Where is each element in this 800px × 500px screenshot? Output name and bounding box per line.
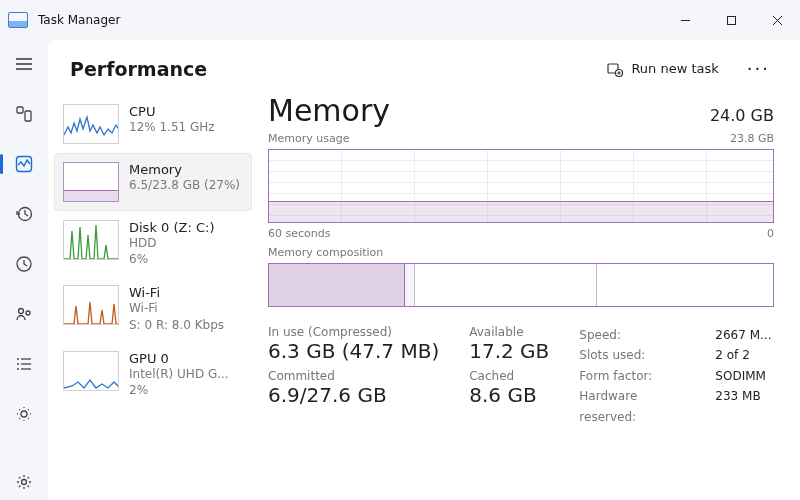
services-icon	[15, 405, 33, 423]
run-task-icon	[607, 61, 623, 77]
nav-details[interactable]	[6, 346, 42, 382]
speed-k: Speed:	[579, 325, 695, 345]
nav-startup[interactable]	[6, 246, 42, 282]
nav-rail	[0, 40, 48, 500]
form-k: Form factor:	[579, 366, 695, 386]
maximize-button[interactable]	[708, 0, 754, 40]
startup-icon	[15, 255, 33, 273]
performance-icon	[15, 155, 33, 173]
settings-icon	[15, 473, 33, 491]
axis-right: 0	[767, 227, 774, 240]
gpu-thumb	[63, 351, 119, 391]
available-value: 17.2 GB	[469, 339, 549, 363]
memory-usage-graph	[268, 149, 774, 223]
cpu-sub: 12% 1.51 GHz	[129, 119, 215, 135]
disk-sub1: HDD	[129, 235, 214, 251]
cpu-name: CPU	[129, 104, 215, 119]
page-title: Performance	[70, 58, 207, 80]
committed-value: 6.9/27.6 GB	[268, 383, 439, 407]
close-button[interactable]	[754, 0, 800, 40]
cached-label: Cached	[469, 369, 549, 383]
cpu-spark-icon	[64, 105, 119, 144]
processes-icon	[15, 105, 33, 123]
gpu-sub2: 2%	[129, 382, 229, 398]
comp-free	[597, 264, 773, 306]
svg-point-20	[21, 411, 27, 417]
composition-label: Memory composition	[268, 246, 774, 259]
memory-stats: In use (Compressed) 6.3 GB (47.7 MB) Com…	[268, 325, 774, 427]
more-button[interactable]: ···	[739, 54, 778, 83]
perf-main: Memory 24.0 GB Memory usage 23.8 GB 60 s…	[258, 93, 800, 500]
comp-modified	[405, 264, 415, 306]
window-title: Task Manager	[38, 13, 120, 27]
hamburger-button[interactable]	[6, 46, 42, 82]
nav-users[interactable]	[6, 296, 42, 332]
usage-label: Memory usage	[268, 132, 349, 145]
mem-thumb	[63, 162, 119, 202]
comp-standby	[415, 264, 596, 306]
wifi-thumb	[63, 285, 119, 325]
wifi-spark-icon	[64, 286, 119, 325]
wifi-sub1: Wi-Fi	[129, 300, 224, 316]
svg-point-12	[19, 309, 24, 314]
comp-in-use	[269, 264, 405, 306]
svg-point-16	[17, 363, 19, 365]
perf-card-wifi[interactable]: Wi-Fi Wi-Fi S: 0 R: 8.0 Kbps	[54, 276, 252, 341]
svg-point-21	[22, 480, 27, 485]
svg-rect-7	[17, 107, 23, 113]
minimize-button[interactable]	[662, 0, 708, 40]
cached-value: 8.6 GB	[469, 383, 549, 407]
cpu-thumb	[63, 104, 119, 144]
nav-settings[interactable]	[6, 464, 42, 500]
wifi-sub2: S: 0 R: 8.0 Kbps	[129, 317, 224, 333]
users-icon	[15, 305, 33, 323]
disk-sub2: 6%	[129, 251, 214, 267]
app-icon	[8, 12, 28, 28]
available-label: Available	[469, 325, 549, 339]
maximize-icon	[726, 15, 737, 26]
gpu-spark-icon	[64, 352, 119, 391]
svg-rect-8	[25, 111, 31, 121]
perf-card-cpu[interactable]: CPU 12% 1.51 GHz	[54, 95, 252, 153]
usage-max: 23.8 GB	[730, 132, 774, 145]
perf-card-memory[interactable]: Memory 6.5/23.8 GB (27%)	[54, 153, 252, 211]
perf-resource-list: CPU 12% 1.51 GHz Memory 6.5/23.8 GB (27%…	[48, 93, 258, 500]
disk-thumb	[63, 220, 119, 260]
wifi-name: Wi-Fi	[129, 285, 224, 300]
history-icon	[15, 205, 33, 223]
topbar: Performance Run new task ···	[48, 40, 800, 93]
nav-app-history[interactable]	[6, 196, 42, 232]
nav-processes[interactable]	[6, 96, 42, 132]
capacity: 24.0 GB	[710, 106, 774, 125]
svg-point-14	[17, 358, 19, 360]
axis-left: 60 seconds	[268, 227, 330, 240]
hw-v: 233 MB	[715, 386, 760, 427]
inuse-value: 6.3 GB (47.7 MB)	[268, 339, 439, 363]
nav-performance[interactable]	[6, 146, 42, 182]
memory-composition-bar	[268, 263, 774, 307]
hw-k: Hardware reserved:	[579, 386, 695, 427]
disk-spark-icon	[64, 221, 119, 260]
perf-card-disk[interactable]: Disk 0 (Z: C:) HDD 6%	[54, 211, 252, 276]
perf-card-gpu[interactable]: GPU 0 Intel(R) UHD G... 2%	[54, 342, 252, 407]
slots-v: 2 of 2	[715, 345, 749, 365]
svg-rect-1	[727, 16, 735, 24]
svg-point-13	[26, 311, 30, 315]
committed-label: Committed	[268, 369, 439, 383]
titlebar: Task Manager	[0, 0, 800, 40]
run-task-label: Run new task	[631, 61, 718, 76]
window-controls	[662, 0, 800, 40]
nav-services[interactable]	[6, 396, 42, 432]
close-icon	[772, 15, 783, 26]
gpu-sub1: Intel(R) UHD G...	[129, 366, 229, 382]
mem-name: Memory	[129, 162, 240, 177]
details-icon	[15, 355, 33, 373]
run-new-task-button[interactable]: Run new task	[597, 55, 728, 83]
disk-name: Disk 0 (Z: C:)	[129, 220, 214, 235]
gpu-name: GPU 0	[129, 351, 229, 366]
hamburger-icon	[16, 57, 32, 71]
speed-v: 2667 M...	[715, 325, 771, 345]
minimize-icon	[680, 15, 691, 26]
mem-sub: 6.5/23.8 GB (27%)	[129, 177, 240, 193]
inuse-label: In use (Compressed)	[268, 325, 439, 339]
